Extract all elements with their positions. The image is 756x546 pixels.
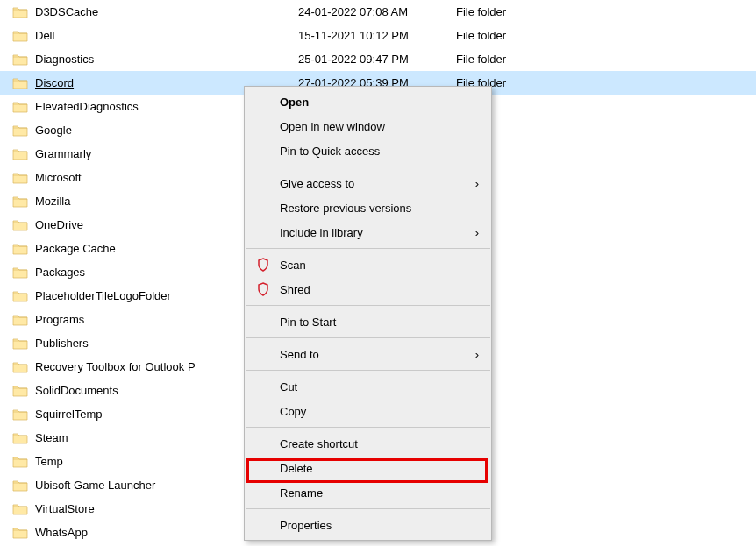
menu-open-new-window[interactable]: Open in new window xyxy=(245,114,491,138)
file-row[interactable]: Dell15-11-2021 10:12 PMFile folder xyxy=(0,24,756,47)
menu-separator xyxy=(246,337,490,338)
file-row[interactable]: Diagnostics25-01-2022 09:47 PMFile folde… xyxy=(0,47,756,71)
folder-icon xyxy=(12,454,28,470)
menu-cut[interactable]: Cut xyxy=(245,374,491,399)
folder-icon xyxy=(12,525,28,541)
menu-label: Restore previous versions xyxy=(280,202,411,215)
file-type: File folder xyxy=(456,5,561,18)
file-row[interactable]: D3DSCache24-01-2022 07:08 AMFile folder xyxy=(0,0,756,24)
context-menu: Open Open in new window Pin to Quick acc… xyxy=(244,86,492,541)
menu-separator xyxy=(246,427,490,428)
menu-pin-to-start[interactable]: Pin to Start xyxy=(245,309,491,334)
chevron-right-icon: › xyxy=(475,226,479,239)
menu-label: Open in new window xyxy=(280,120,385,133)
folder-icon xyxy=(12,407,28,422)
folder-icon xyxy=(12,146,28,162)
menu-create-shortcut[interactable]: Create shortcut xyxy=(245,431,491,456)
menu-label: Scan xyxy=(280,259,306,272)
folder-icon xyxy=(12,478,28,493)
folder-icon xyxy=(12,123,28,138)
menu-shred[interactable]: Shred xyxy=(245,277,491,301)
menu-label: Send to xyxy=(280,348,319,361)
file-name: D3DSCache xyxy=(35,5,298,18)
menu-scan[interactable]: Scan xyxy=(245,252,491,277)
menu-label: Rename xyxy=(280,486,323,500)
file-name: Diagnostics xyxy=(35,53,298,66)
file-date: 25-01-2022 09:47 PM xyxy=(298,53,456,66)
menu-rename[interactable]: Rename xyxy=(245,480,491,505)
menu-label: Give access to xyxy=(280,177,354,190)
menu-label: Copy xyxy=(280,405,306,418)
file-name: Dell xyxy=(35,29,298,42)
menu-separator xyxy=(246,248,490,249)
file-date: 15-11-2021 10:12 PM xyxy=(298,29,456,42)
folder-icon xyxy=(12,336,28,351)
folder-icon xyxy=(12,99,28,115)
folder-icon xyxy=(12,75,28,91)
menu-properties[interactable]: Properties xyxy=(245,513,491,537)
menu-open[interactable]: Open xyxy=(245,89,491,114)
menu-restore-previous[interactable]: Restore previous versions xyxy=(245,195,491,220)
folder-icon xyxy=(12,265,28,280)
folder-icon xyxy=(12,194,28,209)
folder-icon xyxy=(12,430,28,446)
file-type: File folder xyxy=(456,53,561,66)
menu-send-to[interactable]: Send to› xyxy=(245,342,491,366)
menu-pin-quick-access[interactable]: Pin to Quick access xyxy=(245,138,491,163)
file-type: File folder xyxy=(456,29,561,42)
menu-delete[interactable]: Delete xyxy=(245,456,491,480)
folder-icon xyxy=(12,501,28,517)
chevron-right-icon: › xyxy=(475,348,479,361)
chevron-right-icon: › xyxy=(475,177,479,190)
folder-icon xyxy=(12,288,28,304)
file-date: 24-01-2022 07:08 AM xyxy=(298,5,456,18)
menu-label: Include in library xyxy=(280,226,363,239)
menu-label: Delete xyxy=(280,462,313,475)
folder-icon xyxy=(12,52,28,67)
menu-label: Cut xyxy=(280,380,297,394)
folder-icon xyxy=(12,217,28,233)
menu-label: Pin to Start xyxy=(280,316,336,329)
menu-separator xyxy=(246,508,490,509)
folder-icon xyxy=(12,241,28,257)
folder-icon xyxy=(12,359,28,375)
menu-separator xyxy=(246,370,490,371)
menu-label: Properties xyxy=(280,519,332,532)
menu-copy[interactable]: Copy xyxy=(245,399,491,423)
shield-icon xyxy=(255,257,271,273)
folder-icon xyxy=(12,4,28,20)
menu-give-access-to[interactable]: Give access to› xyxy=(245,171,491,195)
menu-include-in-library[interactable]: Include in library› xyxy=(245,220,491,245)
folder-icon xyxy=(12,28,28,44)
shield-icon xyxy=(255,281,271,297)
folder-icon xyxy=(12,170,28,186)
menu-label: Open xyxy=(280,96,309,109)
menu-separator xyxy=(246,167,490,167)
menu-label: Shred xyxy=(280,283,310,296)
menu-label: Pin to Quick access xyxy=(280,145,380,158)
folder-icon xyxy=(12,312,28,328)
folder-icon xyxy=(12,383,28,399)
menu-label: Create shortcut xyxy=(280,437,358,450)
menu-separator xyxy=(246,305,490,306)
